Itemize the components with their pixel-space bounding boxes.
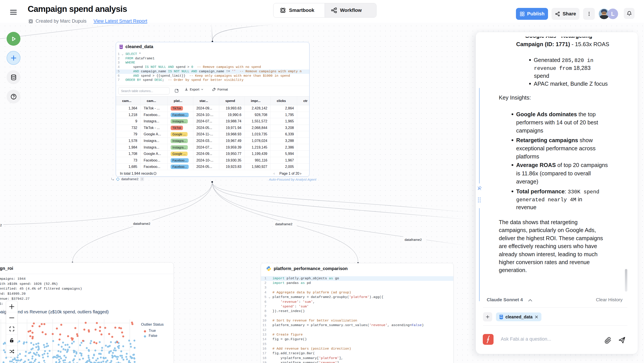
svg-text:dataframe2: dataframe2 [275, 222, 292, 226]
svg-text:SQL: SQL [500, 316, 502, 318]
svg-text:2: 2 [0, 223, 2, 227]
svg-text:dataframe2: dataframe2 [404, 238, 422, 241]
svg-text:dataframe2: dataframe2 [133, 222, 150, 225]
svg-text:SQL: SQL [120, 46, 122, 48]
